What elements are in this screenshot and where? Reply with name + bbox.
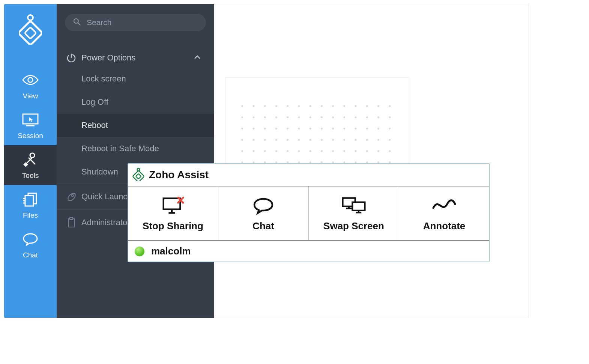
rocket-icon xyxy=(61,191,81,202)
rail-item-tools[interactable]: Tools xyxy=(4,145,57,185)
clipboard-icon xyxy=(61,217,81,228)
svg-line-13 xyxy=(78,23,80,25)
svg-rect-18 xyxy=(70,218,73,220)
rail-label-session: Session xyxy=(18,132,43,140)
svg-point-3 xyxy=(28,78,33,83)
eye-icon xyxy=(22,72,39,87)
rail-label-view: View xyxy=(23,92,38,100)
svg-point-16 xyxy=(72,195,74,197)
files-icon xyxy=(22,192,39,207)
tools-panel: Power Options Lock screen Log Off Reboot… xyxy=(57,4,214,318)
submenu-item-lock-screen[interactable]: Lock screen xyxy=(57,67,214,90)
svg-rect-2 xyxy=(24,27,36,39)
submenu-item-reboot[interactable]: Reboot xyxy=(57,114,214,137)
svg-rect-1 xyxy=(19,21,42,45)
assist-toolbar-header: Zoho Assist xyxy=(128,164,489,187)
annotate-icon xyxy=(431,196,457,215)
menu-label-power: Power Options xyxy=(81,53,194,63)
rail-label-chat: Chat xyxy=(23,251,38,259)
stop-sharing-label: Stop Sharing xyxy=(143,220,203,232)
submenu-item-log-off[interactable]: Log Off xyxy=(57,90,214,114)
stop-sharing-icon xyxy=(160,196,186,215)
svg-rect-20 xyxy=(132,170,144,181)
submenu-item-safe-mode[interactable]: Reboot in Safe Mode xyxy=(57,137,214,160)
content-area: ●●●●●●●●●●●●●● ●●●●●●●●●●●●●● ●●●●●●●●●●… xyxy=(214,4,529,318)
svg-point-0 xyxy=(28,15,33,20)
svg-rect-21 xyxy=(136,174,141,179)
assist-toolbar-panel: Zoho Assist Stop Sharing Chat Swap Scree… xyxy=(128,163,490,262)
rail-item-session[interactable]: Session xyxy=(4,105,57,145)
menu-header-power-options[interactable]: Power Options xyxy=(57,48,214,67)
svg-rect-30 xyxy=(352,202,365,211)
svg-rect-17 xyxy=(68,219,74,227)
swap-screen-button[interactable]: Swap Screen xyxy=(309,187,399,240)
stop-sharing-button[interactable]: Stop Sharing xyxy=(128,187,218,240)
rail-item-view[interactable]: View xyxy=(4,66,57,105)
annotate-button[interactable]: Annotate xyxy=(399,187,489,240)
svg-rect-22 xyxy=(164,199,180,209)
tools-icon xyxy=(22,152,39,167)
primary-nav-rail: View Session Tools Files Chat xyxy=(4,4,57,318)
monitor-cursor-icon xyxy=(22,112,39,127)
rail-label-tools: Tools xyxy=(22,171,39,180)
svg-rect-8 xyxy=(25,196,33,206)
assist-toolbar-footer: malcolm xyxy=(128,241,489,262)
chat-button[interactable]: Chat xyxy=(218,187,309,240)
assist-logo-icon xyxy=(132,167,145,182)
rail-item-files[interactable]: Files xyxy=(4,185,57,225)
chat-label: Chat xyxy=(252,220,274,232)
connected-user-name: malcolm xyxy=(151,245,191,257)
annotate-label: Annotate xyxy=(423,220,466,232)
chevron-up-icon xyxy=(194,54,203,61)
rail-label-files: Files xyxy=(23,211,38,220)
assist-toolbar-title: Zoho Assist xyxy=(149,169,209,181)
search-icon xyxy=(73,18,81,27)
search-field[interactable] xyxy=(65,14,206,31)
chat-icon xyxy=(250,196,276,215)
power-icon xyxy=(61,53,81,63)
search-input[interactable] xyxy=(87,18,198,27)
svg-point-12 xyxy=(74,19,78,23)
presence-online-icon xyxy=(135,247,144,256)
swap-screen-icon xyxy=(341,196,367,215)
swap-screen-label: Swap Screen xyxy=(323,220,384,232)
rail-item-chat[interactable]: Chat xyxy=(4,225,57,265)
chat-bubble-icon xyxy=(22,232,39,247)
brand-logo-icon xyxy=(17,12,44,46)
app-window: View Session Tools Files Chat xyxy=(4,4,529,318)
